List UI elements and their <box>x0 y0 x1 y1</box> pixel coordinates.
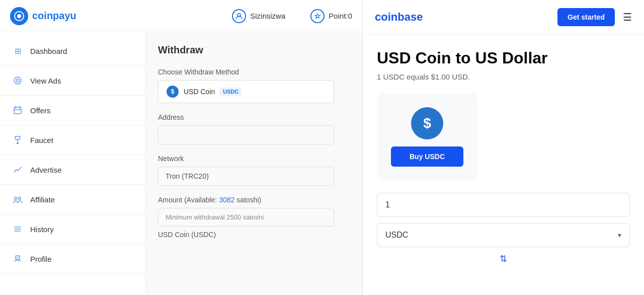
faucet-icon <box>12 134 23 145</box>
coinbase-main-title: USD Coin to US Dollar <box>377 49 630 67</box>
network-select[interactable]: Tron (TRC20) <box>158 167 334 186</box>
sidebar-item-history[interactable]: History <box>0 214 145 244</box>
sidebar-item-affiliate[interactable]: Affiliate <box>0 185 145 214</box>
swap-arrows-icon[interactable]: ⇅ <box>500 253 507 264</box>
svg-point-11 <box>15 197 17 200</box>
withdraw-method-label: Choose Withdraw Method <box>158 68 350 76</box>
hamburger-menu-icon[interactable]: ☰ <box>623 11 632 23</box>
header-user: Sizinsizwa <box>232 9 285 23</box>
sidebar-label-history: History <box>30 225 54 234</box>
coinbase-header: coinbase Get started ☰ <box>363 0 644 35</box>
sidebar-item-offers[interactable]: Offers <box>0 96 145 125</box>
coinbase-panel: coinbase Get started ☰ USD Coin to US Do… <box>363 0 644 295</box>
sidebar-item-profile[interactable]: Profile <box>0 244 145 274</box>
network-group: Network Tron (TRC20) <box>158 155 350 186</box>
amount-hint: Minimum withdrawal 2500 satoshi <box>158 208 334 227</box>
coinpayu-header: coinpayu Sizinsizwa Point:0 <box>0 0 362 32</box>
sidebar: ⊞ Dashboard View Ads <box>0 32 146 295</box>
buy-usdc-button[interactable]: Buy USDC <box>391 146 463 167</box>
coinpayu-panel: coinpayu Sizinsizwa Point:0 ⊞ <box>0 0 362 295</box>
get-started-button[interactable]: Get started <box>557 8 615 26</box>
sidebar-label-profile: Profile <box>30 255 52 263</box>
svg-point-1 <box>17 14 21 18</box>
usdc-badge: USDC <box>220 88 242 96</box>
svg-rect-5 <box>14 107 21 114</box>
sidebar-item-view-ads[interactable]: View Ads <box>0 66 145 96</box>
usdc-method-icon: $ <box>167 86 179 98</box>
profile-icon <box>12 253 23 264</box>
coinpayu-logo-text: coinpayu <box>32 10 76 22</box>
svg-point-12 <box>19 197 21 200</box>
coinpayu-logo-icon <box>10 7 28 25</box>
svg-point-3 <box>14 77 21 84</box>
sidebar-item-advertise[interactable]: Advertise <box>0 155 145 185</box>
withdraw-method-button[interactable]: $ USD Coin USDC <box>158 80 334 103</box>
user-avatar-icon <box>232 9 246 23</box>
withdraw-form: Withdraw Choose Withdraw Method $ USD Co… <box>146 32 362 295</box>
coinbase-logo: coinbase <box>375 11 423 24</box>
logo-area: coinpayu <box>10 7 76 25</box>
currency-select-group: USDC ▾ <box>377 223 630 247</box>
sidebar-label-dashboard: Dashboard <box>30 47 67 55</box>
svg-point-4 <box>16 79 19 82</box>
usdc-big-icon: $ <box>411 107 443 139</box>
available-amount: 3082 <box>219 196 234 204</box>
sidebar-item-dashboard[interactable]: ⊞ Dashboard <box>0 36 145 66</box>
chevron-down-icon: ▾ <box>618 231 621 239</box>
amount-group: Amount (Available: 3082 satoshi) Minimum… <box>158 196 350 239</box>
currency-value: USDC <box>385 231 408 240</box>
username-text: Sizinsizwa <box>250 12 285 20</box>
points-text: Point:0 <box>329 12 352 20</box>
amount-label: Amount (Available: 3082 satoshi) <box>158 196 350 204</box>
coinbase-header-right: Get started ☰ <box>557 8 632 26</box>
history-icon <box>12 224 23 235</box>
coinpayu-body: ⊞ Dashboard View Ads <box>0 32 362 295</box>
withdraw-method-group: Choose Withdraw Method $ USD Coin USDC <box>158 68 350 103</box>
usdc-card: $ Buy USDC <box>377 93 477 181</box>
amount-unit: satoshi <box>236 196 259 204</box>
coinbase-subtitle: 1 USDC equals $1.00 USD. <box>377 72 630 81</box>
address-input[interactable] <box>158 125 334 144</box>
view-ads-icon <box>12 75 23 86</box>
sidebar-label-faucet: Faucet <box>30 136 53 144</box>
amount-input-group <box>377 193 630 217</box>
advertise-icon <box>12 164 23 175</box>
offers-icon <box>12 105 23 116</box>
coinbase-body: USD Coin to US Dollar 1 USDC equals $1.0… <box>363 35 644 295</box>
header-points: Point:0 <box>310 9 352 23</box>
withdraw-method-value: USD Coin <box>184 88 215 96</box>
affiliate-icon <box>12 194 23 205</box>
currency-select[interactable]: USDC ▾ <box>377 223 630 247</box>
dashboard-icon: ⊞ <box>12 45 23 56</box>
page-title: Withdraw <box>158 44 350 56</box>
sidebar-label-offers: Offers <box>30 106 51 115</box>
cb-amount-input[interactable] <box>377 193 630 217</box>
address-group: Address <box>158 113 350 144</box>
network-label: Network <box>158 155 350 163</box>
points-icon <box>310 9 325 23</box>
sidebar-label-view-ads: View Ads <box>30 77 61 85</box>
sidebar-label-advertise: Advertise <box>30 166 62 174</box>
sidebar-label-affiliate: Affiliate <box>30 195 55 204</box>
swap-icon-row: ⇅ <box>377 253 630 264</box>
coin-label: USD Coin (USDC) <box>158 231 350 239</box>
address-label: Address <box>158 113 350 121</box>
sidebar-item-faucet[interactable]: Faucet <box>0 125 145 155</box>
